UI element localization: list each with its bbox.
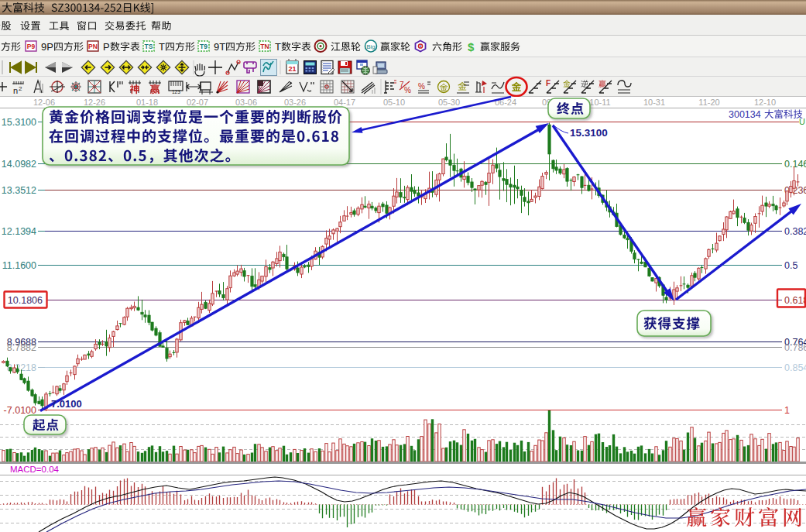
- svg-text:13.3512: 13.3512: [2, 185, 36, 196]
- svg-text:01-18: 01-18: [136, 98, 158, 107]
- svg-text:PN: PN: [88, 43, 98, 50]
- svg-text:0.786: 0.786: [784, 342, 806, 353]
- svg-text:0.618: 0.618: [784, 295, 806, 306]
- svg-text:P: P: [103, 41, 110, 53]
- svg-text:0.854: 0.854: [784, 362, 806, 373]
- svg-text:0.146: 0.146: [784, 159, 806, 170]
- svg-text:03-26: 03-26: [284, 98, 306, 107]
- svg-text:0.382: 0.382: [784, 226, 806, 237]
- svg-text:11-20: 11-20: [698, 98, 719, 107]
- svg-text:T: T: [275, 41, 281, 53]
- svg-text:%: %: [404, 86, 411, 94]
- svg-text:21: 21: [288, 65, 296, 73]
- svg-text:n: n: [13, 86, 18, 95]
- svg-text:14.0982: 14.0982: [2, 159, 36, 170]
- svg-text:9P: 9P: [41, 41, 53, 53]
- svg-text:TS: TS: [145, 43, 153, 50]
- svg-text:TN: TN: [260, 43, 269, 50]
- svg-text:12-10: 12-10: [754, 98, 776, 107]
- svg-text:2: 2: [19, 85, 22, 92]
- svg-text:Big: Big: [367, 43, 376, 50]
- svg-text:10-11: 10-11: [589, 98, 610, 107]
- svg-text:12-26: 12-26: [84, 98, 105, 107]
- svg-text:0.5: 0.5: [784, 260, 797, 271]
- svg-text:05-30: 05-30: [438, 98, 460, 107]
- svg-text:7.0100: 7.0100: [51, 398, 82, 410]
- svg-text:P9: P9: [27, 43, 36, 50]
- svg-text:12.1394: 12.1394: [2, 226, 36, 237]
- svg-text:U: U: [799, 117, 805, 126]
- svg-text:12-06: 12-06: [33, 98, 55, 107]
- svg-text:11.1600: 11.1600: [2, 260, 36, 271]
- svg-text:1: 1: [784, 405, 790, 416]
- svg-text:15.3100: 15.3100: [570, 127, 608, 139]
- svg-text:-7.0100: -7.0100: [4, 405, 36, 416]
- svg-text:03-06: 03-06: [235, 98, 257, 107]
- svg-text:$: $: [468, 40, 475, 53]
- svg-text:123: 123: [172, 89, 180, 94]
- svg-text:T: T: [159, 41, 165, 53]
- svg-text:05-10: 05-10: [383, 98, 405, 107]
- svg-text:300134: 300134: [729, 109, 761, 120]
- svg-text:%: %: [418, 82, 425, 91]
- svg-text:04-17: 04-17: [334, 98, 355, 107]
- svg-text:9T: 9T: [214, 41, 225, 53]
- svg-text:F: F: [546, 79, 550, 88]
- svg-text:MACD=0.04: MACD=0.04: [10, 465, 60, 474]
- svg-text:T9: T9: [200, 43, 208, 50]
- svg-text:8.7882: 8.7882: [7, 342, 36, 353]
- svg-text:02-07: 02-07: [187, 98, 208, 107]
- svg-text:15.3100: 15.3100: [2, 117, 36, 128]
- svg-text:10-31: 10-31: [643, 98, 665, 107]
- svg-text:10.1806: 10.1806: [8, 295, 43, 306]
